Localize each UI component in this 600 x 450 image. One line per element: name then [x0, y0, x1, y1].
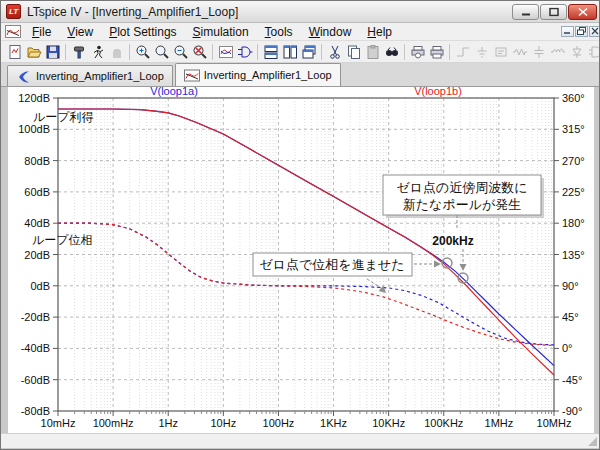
svg-text:1Hz: 1Hz: [158, 417, 178, 429]
label-button[interactable]: [491, 43, 510, 61]
diode-button[interactable]: [567, 43, 586, 61]
new-schematic-button[interactable]: [5, 43, 24, 61]
minimize-button[interactable]: [512, 4, 539, 20]
menu-window[interactable]: Window: [302, 24, 359, 40]
run-button[interactable]: [88, 43, 107, 61]
svg-text:135°: 135°: [562, 249, 585, 261]
print-preview-icon: [410, 44, 426, 60]
toolbar-separator: [129, 44, 130, 60]
control-panel-button[interactable]: [69, 43, 88, 61]
loop-gain-label: ループ利得: [33, 110, 94, 124]
ltspice-logo-icon: LT: [6, 4, 21, 19]
child-close-button[interactable]: [589, 26, 600, 37]
svg-text:0dB: 0dB: [30, 280, 50, 292]
menu-view[interactable]: View: [60, 24, 100, 40]
open-button[interactable]: [24, 43, 43, 61]
callout1-text-line1: ゼロ点の近傍周波数に: [396, 180, 527, 195]
frequency-axis[interactable]: 10mHz100mHz1Hz10Hz100Hz1KHz10KHz100KHz1M…: [41, 411, 572, 429]
cascade-button[interactable]: [299, 43, 318, 61]
title-bar[interactable]: LT LTspice IV - [Inverting_Amplifier1_Lo…: [1, 1, 599, 23]
child-window-waveform-icon[interactable]: [5, 25, 21, 38]
zoom-out-button[interactable]: [171, 43, 190, 61]
svg-text:20dB: 20dB: [24, 249, 50, 261]
svg-text:-40dB: -40dB: [21, 342, 50, 354]
app-window: LT LTspice IV - [Inverting_Amplifier1_Lo…: [0, 0, 600, 450]
zoom-fit-button[interactable]: [152, 43, 171, 61]
close-icon: [578, 8, 588, 17]
save-button[interactable]: [43, 43, 62, 61]
freq-marker-label: 200kHz: [432, 234, 473, 248]
tile-vertical-icon: [282, 44, 298, 60]
curve-v-loop1b--gain: [58, 109, 554, 375]
svg-text:10mHz: 10mHz: [41, 417, 76, 429]
wire-button[interactable]: [453, 43, 472, 61]
tile-vertical-button[interactable]: [280, 43, 299, 61]
waveform-button[interactable]: [216, 43, 235, 61]
svg-text:45°: 45°: [562, 311, 579, 323]
trace-label-loop1b[interactable]: V(loop1b): [414, 85, 462, 97]
trace-label-loop1a[interactable]: V(loop1a): [150, 85, 198, 97]
inductor-button[interactable]: [548, 43, 567, 61]
schematic-tab-icon: [16, 69, 32, 84]
svg-text:80dB: 80dB: [24, 155, 50, 167]
print-preview-button[interactable]: [408, 43, 427, 61]
halt-button[interactable]: [107, 43, 126, 61]
maximize-button[interactable]: [540, 4, 567, 20]
curve-v-loop1b--phase: [58, 223, 554, 345]
window-title: LTspice IV - [Inverting_Amplifier1_Loop]: [27, 5, 238, 19]
menu-tools[interactable]: Tools: [258, 24, 300, 40]
zoom-undo-icon: [192, 44, 208, 60]
menu-simulation[interactable]: Simulation: [186, 24, 256, 40]
svg-text:0°: 0°: [562, 342, 573, 354]
schematic-button[interactable]: [235, 43, 254, 61]
tile-horizontal-button[interactable]: [261, 43, 280, 61]
paste-icon: [365, 44, 381, 60]
menu-file[interactable]: File: [25, 24, 58, 40]
toolbar-separator: [257, 44, 258, 60]
close-button[interactable]: [568, 4, 597, 20]
svg-text:10Hz: 10Hz: [210, 417, 236, 429]
waveform-plot-panel[interactable]: 120dB100dB80dB60dB40dB20dB0dB-20dB-40dB-…: [8, 87, 594, 433]
control-panel-icon: [71, 44, 87, 60]
callout1-text-line2: 新たなポールが発生: [403, 197, 522, 212]
svg-text:1MHz: 1MHz: [485, 417, 514, 429]
zoom-out-icon: [173, 44, 189, 60]
svg-text:100Hz: 100Hz: [263, 417, 295, 429]
copy-button[interactable]: [344, 43, 363, 61]
menu-help[interactable]: Help: [360, 24, 399, 40]
child-restore-button[interactable]: [575, 26, 588, 37]
wire-icon: [455, 44, 471, 60]
resize-grip[interactable]: [588, 437, 597, 446]
svg-text:-20dB: -20dB: [21, 311, 50, 323]
find-button[interactable]: [382, 43, 401, 61]
child-minimize-button[interactable]: [561, 26, 574, 37]
new-schematic-icon: [7, 44, 23, 60]
print-button[interactable]: [427, 43, 446, 61]
ground-icon: [474, 44, 490, 60]
left-axis-db[interactable]: 120dB100dB80dB60dB40dB20dB0dB-20dB-40dB-…: [18, 92, 58, 417]
status-bar: [1, 433, 599, 448]
zoom-undo-button[interactable]: [190, 43, 209, 61]
tab-schematic[interactable]: Inverting_Amplifier1_Loop: [7, 65, 173, 86]
paste-button[interactable]: [363, 43, 382, 61]
svg-text:40dB: 40dB: [24, 217, 50, 229]
menu-bar: FileViewPlot SettingsSimulationToolsWind…: [1, 23, 599, 41]
svg-text:120dB: 120dB: [18, 92, 50, 104]
svg-text:-90°: -90°: [562, 405, 582, 417]
menu-plot-settings[interactable]: Plot Settings: [102, 24, 183, 40]
svg-text:100mHz: 100mHz: [93, 417, 134, 429]
gate-button[interactable]: [586, 43, 600, 61]
resistor-button[interactable]: [510, 43, 529, 61]
right-axis-degrees[interactable]: 360°315°270°225°180°135°90°45°0°-45°-90°: [554, 92, 585, 417]
svg-text:1KHz: 1KHz: [320, 417, 347, 429]
diode-icon: [569, 44, 585, 60]
zoom-in-button[interactable]: [133, 43, 152, 61]
bode-plot[interactable]: 120dB100dB80dB60dB40dB20dB0dB-20dB-40dB-…: [8, 87, 594, 433]
maximize-icon: [549, 8, 559, 17]
waveform-icon: [218, 44, 234, 60]
svg-text:60dB: 60dB: [24, 186, 50, 198]
capacitor-button[interactable]: [529, 43, 548, 61]
ground-button[interactable]: [472, 43, 491, 61]
tab-waveform[interactable]: Inverting_Amplifier1_Loop: [175, 63, 341, 86]
cut-button[interactable]: [325, 43, 344, 61]
